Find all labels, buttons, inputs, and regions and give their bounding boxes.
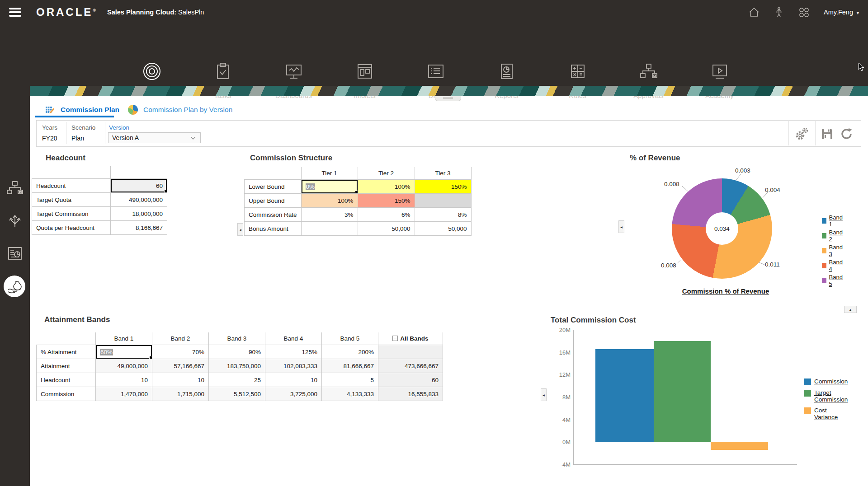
save-icon[interactable] xyxy=(821,127,834,140)
grid-cell[interactable]: 200% xyxy=(322,345,378,359)
grid-cell[interactable]: 100% xyxy=(358,180,415,194)
row-header: % Attainment xyxy=(37,345,96,359)
row-header-column xyxy=(245,167,302,180)
column-header: Band 2 xyxy=(152,332,209,345)
grid-cell[interactable]: 60 xyxy=(378,373,443,387)
pov-toolbar-divider xyxy=(815,120,816,145)
grid-cell[interactable]: 490,000,000 xyxy=(111,193,167,207)
grid-cell[interactable] xyxy=(301,222,358,236)
grid-cell[interactable]: 70% xyxy=(152,345,209,359)
legend-label: Target Commission xyxy=(814,389,851,403)
legend-item-target-commission[interactable]: Target Commission xyxy=(804,389,851,403)
legend-item-band-3[interactable]: Band 3 xyxy=(822,244,844,257)
grid-cell[interactable]: 18,000,000 xyxy=(111,207,167,221)
y-axis-tick-label: 12M xyxy=(549,371,571,378)
academy-play-icon xyxy=(709,61,730,83)
row-header: Commission Rate xyxy=(245,208,302,222)
chevron-down-icon: ▼ xyxy=(856,11,860,15)
tasks-clipboard-icon xyxy=(212,61,233,83)
editing-cell-selected-text: 60% xyxy=(100,349,113,355)
grid-cell[interactable]: 81,666,667 xyxy=(322,359,378,373)
banner-collapse-handle[interactable] xyxy=(435,96,461,101)
grid-cell[interactable] xyxy=(415,194,471,208)
grid-cell[interactable]: 4,133,333 xyxy=(322,387,378,401)
actions-gear-icon[interactable] xyxy=(795,126,809,141)
grid-cell[interactable]: 5,512,500 xyxy=(209,387,265,401)
grid-cell[interactable]: 473,666,667 xyxy=(378,359,443,373)
refresh-icon[interactable] xyxy=(840,127,853,140)
grid-cell[interactable]: 150% xyxy=(358,194,415,208)
hierarchy-icon[interactable] xyxy=(5,179,25,199)
user-menu[interactable]: Amy.Feng▼ xyxy=(824,9,860,16)
pov-scenario-label: Scenario xyxy=(71,124,95,131)
grid-cell[interactable]: 3% xyxy=(301,208,358,222)
collapse-minus-icon[interactable] xyxy=(392,336,398,341)
column-header: Band 4 xyxy=(265,332,322,345)
pie-label-band1: 0.003 xyxy=(735,167,750,174)
pie-label-band4: 0.008 xyxy=(661,262,676,269)
bar-cost-variance[interactable] xyxy=(711,442,768,450)
pov-divider xyxy=(66,122,66,144)
pov-version-label[interactable]: Version xyxy=(109,124,129,131)
grid-cell[interactable]: 10 xyxy=(265,373,322,387)
dashboard-banner-image xyxy=(30,86,868,96)
commission-pct-revenue-link[interactable]: Commission % of Revenue xyxy=(651,287,800,295)
grid-cell[interactable]: 10 xyxy=(152,373,209,387)
user-accessibility-icon[interactable] xyxy=(773,6,785,19)
legend-item-band-4[interactable]: Band 4 xyxy=(822,259,844,272)
approvals-hierarchy-icon xyxy=(638,61,659,83)
grid-cell[interactable]: 3,725,000 xyxy=(265,387,322,401)
grid-cell[interactable]: 0% xyxy=(301,180,358,194)
collapse-pie-panel-button[interactable]: ◀ xyxy=(618,220,624,233)
grid-cell[interactable]: 25 xyxy=(209,373,265,387)
grid-cell[interactable]: 8,166,667 xyxy=(111,221,167,235)
grid-cell[interactable]: 8% xyxy=(415,208,471,222)
grid-cell[interactable]: 102,083,333 xyxy=(265,359,322,373)
y-axis-tick-label: 20M xyxy=(549,327,571,333)
grid-cell[interactable]: 50,000 xyxy=(415,222,471,236)
grid-cell[interactable] xyxy=(378,345,443,359)
grid-cell[interactable]: 10 xyxy=(96,373,152,387)
scroll-up-button[interactable]: ▲ xyxy=(844,306,857,313)
grid-cell[interactable]: 60% xyxy=(96,345,152,359)
grid-cell[interactable]: 90% xyxy=(209,345,265,359)
app-title: Sales Planning Cloud: SalesPln xyxy=(107,9,204,16)
grid-cell[interactable]: 6% xyxy=(358,208,415,222)
legend-item-band-2[interactable]: Band 2 xyxy=(822,229,844,243)
grid-cell[interactable]: 1,715,000 xyxy=(152,387,209,401)
bar-target-commission[interactable] xyxy=(654,341,711,442)
app-grid-icon[interactable] xyxy=(797,6,810,19)
grid-cell[interactable]: 57,166,667 xyxy=(152,359,209,373)
grid-cell[interactable]: 16,555,833 xyxy=(378,387,443,401)
attainment-bands-title: Attainment Bands xyxy=(44,315,110,324)
bar-commission[interactable] xyxy=(595,349,654,442)
legend-item-cost-variance[interactable]: Cost Variance xyxy=(804,407,851,421)
tab-commission-plan[interactable]: Commission Plan xyxy=(45,102,119,117)
version-select[interactable]: Version A xyxy=(108,132,201,143)
grid-cell[interactable]: 1,470,000 xyxy=(96,387,152,401)
grid-cell[interactable]: 150% xyxy=(415,180,471,194)
grid-cell[interactable]: 125% xyxy=(265,345,322,359)
tab-commission-plan-by-version[interactable]: Commission Plan by Version xyxy=(128,102,232,117)
grid-cell[interactable]: 60 xyxy=(111,179,167,193)
row-header-column xyxy=(32,166,111,179)
grid-cell[interactable]: 5 xyxy=(322,373,378,387)
legend-item-band-1[interactable]: Band 1 xyxy=(822,214,844,228)
distribute-arrows-icon[interactable] xyxy=(5,211,25,231)
report-pie-icon[interactable] xyxy=(5,243,25,263)
collapse-left-button[interactable]: ◀ xyxy=(237,223,243,236)
hamburger-menu-icon[interactable] xyxy=(9,8,21,17)
grid-cell[interactable]: 100% xyxy=(301,194,358,208)
editing-cell-selected-text: 0% xyxy=(306,183,316,190)
grid-cell[interactable]: 49,000,000 xyxy=(96,359,152,373)
pie-label-band2: 0.004 xyxy=(765,187,780,193)
grid-cell[interactable]: 183,750,000 xyxy=(209,359,265,373)
legend-item-commission[interactable]: Commission xyxy=(804,378,851,385)
row-header: Upper Bound xyxy=(245,194,302,208)
sales-planning-active-icon[interactable] xyxy=(4,276,25,297)
pct-revenue-title: % of Revenue xyxy=(630,154,680,163)
grid-cell[interactable]: 50,000 xyxy=(358,222,415,236)
home-icon[interactable] xyxy=(748,6,760,19)
legend-item-band-5[interactable]: Band 5 xyxy=(822,274,844,287)
top-bar: ORACLE® Sales Planning Cloud: SalesPln A… xyxy=(0,0,868,25)
